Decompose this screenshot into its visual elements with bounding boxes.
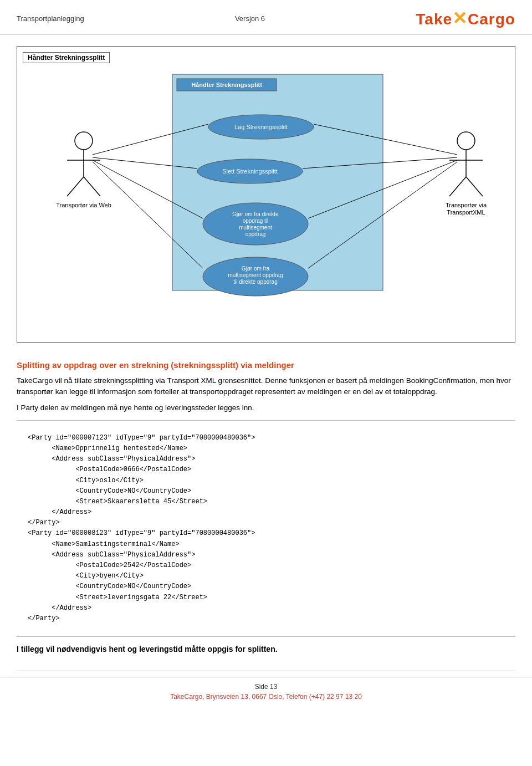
svg-line-26 (466, 177, 483, 196)
divider-top (17, 420, 515, 421)
logo-cargo: Cargo (468, 11, 515, 28)
header-version: Versjon 6 (235, 14, 265, 23)
page-number: Side 13 (0, 683, 532, 691)
logo-text: Take✕Cargo (416, 8, 515, 29)
heading-text: Splitting av oppdrag over en strekning (… (17, 360, 294, 370)
footer-divider (17, 671, 515, 671)
divider-bottom (17, 636, 515, 637)
svg-point-7 (203, 203, 308, 245)
svg-text:Slett Strekningssplitt: Slett Strekningssplitt (222, 168, 278, 175)
svg-text:Transportør via: Transportør via (446, 202, 487, 208)
header-title: Transportplanlegging (17, 14, 84, 23)
page-footer: Side 13 TakeCargo, Brynsveien 13, 0667 O… (0, 677, 532, 705)
diagram-outer-label: Håndter Strekningssplitt (23, 52, 110, 63)
code-content: <Party id="000007123" idType="9" partyId… (28, 434, 255, 622)
svg-text:oppdrag til: oppdrag til (243, 218, 269, 224)
svg-text:Gjør om fra direkte: Gjør om fra direkte (232, 211, 279, 217)
svg-point-22 (457, 132, 475, 150)
logo-take: Take (416, 11, 452, 28)
diagram-svg-container: Håndter Strekningssplitt Lag Strekningss… (23, 69, 509, 336)
logo: Take✕Cargo (416, 8, 515, 29)
svg-text:multisegment: multisegment (239, 224, 272, 231)
svg-text:til direkte oppdrag: til direkte oppdrag (233, 279, 278, 285)
footer-note-text: I tillegg vil nødvendigvis hent og lever… (17, 645, 278, 653)
section-heading: Splitting av oppdrag over en strekning (… (17, 359, 515, 371)
svg-text:Lag Strekningssplitt: Lag Strekningssplitt (234, 124, 288, 130)
svg-rect-0 (172, 74, 383, 290)
svg-text:Gjør om fra: Gjør om fra (242, 265, 270, 272)
svg-line-25 (449, 177, 466, 196)
diagram-box: Håndter Strekningssplitt Håndter Strekni… (17, 46, 515, 343)
page-header: Transportplanlegging Versjon 6 Take✕Carg… (0, 0, 532, 35)
svg-line-20 (84, 177, 100, 196)
svg-text:TransportXML: TransportXML (447, 209, 485, 216)
paragraph1: TakeCargo vil nå tillate strekningssplit… (17, 375, 515, 398)
diagram-section: Håndter Strekningssplitt Håndter Strekni… (0, 35, 532, 354)
svg-text:Håndter Strekningssplitt: Håndter Strekningssplitt (191, 81, 262, 88)
paragraph2: I Party delen av meldingen må nye hente … (17, 402, 515, 413)
svg-point-16 (75, 132, 93, 150)
logo-x-icon: ✕ (452, 8, 468, 28)
footer-note: I tillegg vil nødvendigvis hent og lever… (17, 644, 515, 655)
svg-line-19 (67, 177, 84, 196)
content-section: Splitting av oppdrag over en strekning (… (0, 354, 532, 665)
footer-address: TakeCargo, Brynsveien 13, 0667 Oslo, Tel… (0, 693, 532, 701)
svg-text:oppdrag: oppdrag (245, 231, 266, 237)
svg-text:Transportør via Web: Transportør via Web (56, 202, 111, 208)
code-block: <Party id="000007123" idType="9" partyId… (17, 427, 515, 630)
svg-text:multisegment oppdrag: multisegment oppdrag (228, 272, 283, 278)
diagram-svg: Håndter Strekningssplitt Lag Strekningss… (23, 69, 510, 335)
